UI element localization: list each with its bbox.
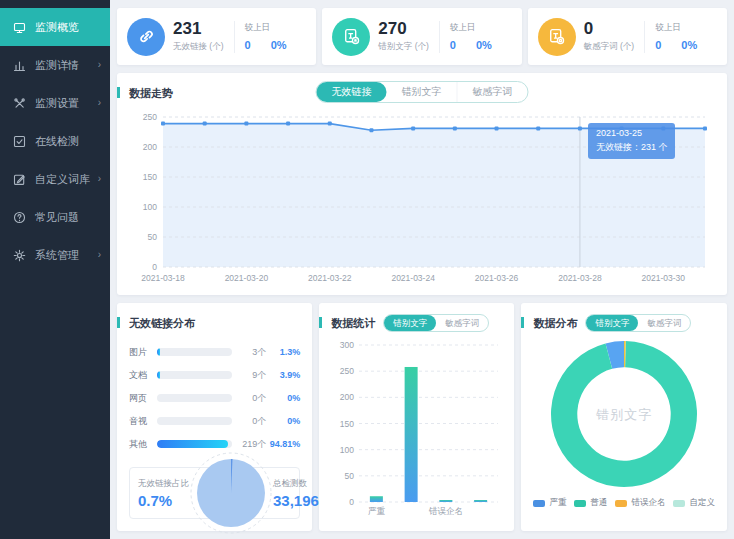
donut-center-label: 错别文字 <box>596 406 652 424</box>
data-stats-header: 数据统计 错别文字敏感字词 <box>331 313 502 333</box>
legend-swatch <box>673 500 685 507</box>
svg-text:严重: 严重 <box>368 506 386 516</box>
compare-value: 0 <box>245 39 251 51</box>
sensitive-doc-icon <box>538 18 576 56</box>
data-distribution-tab-group: 错别文字敏感字词 <box>585 314 691 332</box>
trend-tab-group: 无效链接错别文字敏感字词 <box>316 81 529 103</box>
tab-trend-sensitive-words[interactable]: 敏感字词 <box>457 82 528 102</box>
donut-legend: 严重普通错误企名自定义 <box>533 497 715 509</box>
progress-track <box>157 371 232 379</box>
tab-stats-typos[interactable]: 错别文字 <box>384 315 436 331</box>
svg-text:2021-03-20: 2021-03-20 <box>225 273 269 283</box>
data-distribution-header: 数据分布 错别文字敏感字词 <box>533 313 715 333</box>
link-distribution-title: 无效链接分布 <box>129 316 195 331</box>
legend-item-普通[interactable]: 普通 <box>574 497 607 509</box>
distribution-row-percent: 3.9% <box>266 370 300 380</box>
svg-text:2021-03-30: 2021-03-30 <box>642 273 686 283</box>
distribution-row-count: 219个 <box>238 438 266 451</box>
distribution-row-count: 9个 <box>238 369 266 382</box>
bottom-panel-row: 无效链接分布 图片3个1.3%文档9个3.9%网页0个0%音视0个0%其他219… <box>117 303 727 531</box>
sidebar-item-custom-dict[interactable]: 自定义词库› <box>0 160 110 198</box>
svg-text:200: 200 <box>340 392 354 402</box>
compare-percent: 0% <box>271 39 287 51</box>
sidebar: 监测概览监测详情›监测设置›在线检测自定义词库›常见问题系统管理› <box>0 0 110 539</box>
distribution-row: 网页0个0% <box>129 391 300 405</box>
stat-label: 无效链接 (个) <box>173 41 224 53</box>
trend-panel-header: 数据走势 无效链接错别文字敏感字词 <box>129 83 715 103</box>
invalid-ratio-pie-chart[interactable] <box>189 451 273 535</box>
legend-label: 普通 <box>590 497 607 509</box>
stat-value: 270 <box>378 20 429 39</box>
distribution-row-label: 图片 <box>129 346 151 359</box>
stat-main: 0敏感字词 (个) <box>584 20 635 53</box>
trend-panel: 数据走势 无效链接错别文字敏感字词 0501001502002502021-03… <box>117 73 727 295</box>
sidebar-item-online-check[interactable]: 在线检测 <box>0 122 110 160</box>
tab-stats-sensitive-words[interactable]: 敏感字词 <box>436 315 488 331</box>
svg-text:2021-03-28: 2021-03-28 <box>558 273 602 283</box>
compare-values: 00% <box>655 39 697 51</box>
distribution-row-count: 3个 <box>238 346 266 359</box>
total-checked-block: 总检测数 33,196 <box>273 478 319 509</box>
progress-track <box>157 440 232 448</box>
link-distribution-header: 无效链接分布 <box>129 313 300 333</box>
svg-text:2021-03-24: 2021-03-24 <box>391 273 435 283</box>
svg-text:300: 300 <box>340 340 354 350</box>
distribution-row-count: 0个 <box>238 415 266 428</box>
data-distribution-panel: 数据分布 错别文字敏感字词 错别文字 严重普通错误企名自定义 <box>521 303 727 531</box>
sidebar-item-faq[interactable]: 常见问题 <box>0 198 110 236</box>
divider <box>439 21 440 53</box>
sidebar-item-label: 系统管理 <box>35 248 79 263</box>
progress-track <box>157 417 232 425</box>
distribution-row-percent: 94.81% <box>266 439 300 449</box>
distribution-row-count: 0个 <box>238 392 266 405</box>
compare-value: 0 <box>450 39 456 51</box>
legend-label: 错误企名 <box>631 497 665 509</box>
legend-item-错误企名[interactable]: 错误企名 <box>615 497 665 509</box>
stat-card-row: 231无效链接 (个)较上日00%270错别文字 (个)较上日00%0敏感字词 … <box>117 8 727 65</box>
chevron-right-icon: › <box>98 174 101 184</box>
legend-item-严重[interactable]: 严重 <box>533 497 566 509</box>
compare-value: 0 <box>655 39 661 51</box>
svg-text:2021-03-18: 2021-03-18 <box>141 273 185 283</box>
svg-text:250: 250 <box>143 112 157 122</box>
svg-text:200: 200 <box>143 142 157 152</box>
svg-text:0: 0 <box>350 497 355 507</box>
stat-main: 270错别文字 (个) <box>378 20 429 53</box>
progress-fill <box>157 348 160 356</box>
sidebar-item-detail[interactable]: 监测详情› <box>0 46 110 84</box>
tab-dist-sensitive-words[interactable]: 敏感字词 <box>638 315 690 331</box>
severity-bar-chart[interactable]: 050100150200250300严重错误企名 <box>331 337 502 517</box>
svg-text:100: 100 <box>143 202 157 212</box>
tab-trend-typos[interactable]: 错别文字 <box>387 82 457 102</box>
distribution-row-percent: 1.3% <box>266 347 300 357</box>
total-checked-label: 总检测数 <box>273 478 319 490</box>
data-stats-panel: 数据统计 错别文字敏感字词 050100150200250300严重错误企名 <box>319 303 514 531</box>
svg-text:错误企名: 错误企名 <box>428 506 463 516</box>
invalid-ratio-label: 无效链接占比 <box>138 478 189 490</box>
svg-text:150: 150 <box>340 419 354 429</box>
svg-text:50: 50 <box>148 232 158 242</box>
edit-icon <box>13 173 26 186</box>
distribution-row-label: 其他 <box>129 438 151 451</box>
svg-text:2021-03-22: 2021-03-22 <box>308 273 352 283</box>
tab-trend-invalid-links[interactable]: 无效链接 <box>317 82 387 102</box>
sidebar-item-settings[interactable]: 监测设置› <box>0 84 110 122</box>
sidebar-item-label: 监测设置 <box>35 96 79 111</box>
legend-label: 自定义 <box>689 497 715 509</box>
svg-text:2021-03-26: 2021-03-26 <box>475 273 519 283</box>
distribution-row: 音视0个0% <box>129 414 300 428</box>
sidebar-item-system[interactable]: 系统管理› <box>0 236 110 274</box>
severity-donut-chart[interactable]: 错别文字 <box>533 339 715 491</box>
legend-swatch <box>533 500 545 507</box>
stat-main: 231无效链接 (个) <box>173 20 224 53</box>
distribution-row-label: 文档 <box>129 369 151 382</box>
trend-line-chart[interactable]: 0501001502002502021-03-182021-03-202021-… <box>129 109 715 285</box>
sidebar-item-label: 在线检测 <box>35 134 79 149</box>
legend-item-自定义[interactable]: 自定义 <box>673 497 715 509</box>
stat-compare: 较上日00% <box>450 22 492 51</box>
tab-dist-typos[interactable]: 错别文字 <box>586 315 638 331</box>
stat-compare: 较上日00% <box>245 22 287 51</box>
sidebar-item-overview[interactable]: 监测概览 <box>0 8 110 46</box>
progress-track <box>157 348 232 356</box>
divider <box>234 21 235 53</box>
